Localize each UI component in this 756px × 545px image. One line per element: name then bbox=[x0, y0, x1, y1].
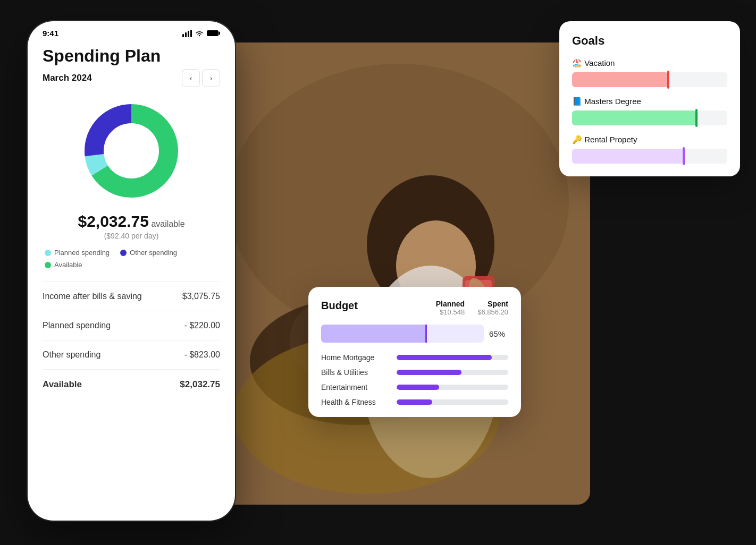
status-icons bbox=[182, 30, 220, 37]
planned-dot bbox=[45, 250, 51, 256]
svg-point-21 bbox=[105, 124, 158, 177]
budget-spent-col: Spent $6,856.20 bbox=[477, 300, 508, 316]
goals-card: Goals 🏖️ Vacation Vacation 📘 Masters Deg… bbox=[559, 21, 740, 176]
chart-legend: Planned spending Other spending bbox=[43, 249, 220, 257]
svg-rect-16 bbox=[207, 30, 219, 36]
budget-main-bar-fill bbox=[321, 325, 427, 343]
legend-planned: Planned spending bbox=[45, 249, 110, 257]
budget-row-bar-track-0 bbox=[397, 355, 508, 360]
page-title: Spending Plan bbox=[43, 46, 220, 66]
goal-masters-fill bbox=[572, 110, 696, 125]
goal-vacation-marker bbox=[667, 71, 669, 89]
goal-masters-label: 📘 Masters Degree bbox=[572, 97, 727, 106]
income-line: Income after bills & saving $3,075.75 bbox=[43, 282, 220, 311]
budget-row-mortgage: Home Mortgage bbox=[321, 353, 508, 362]
chart-legend-2: Available bbox=[43, 261, 220, 269]
svg-rect-17 bbox=[219, 32, 221, 35]
budget-card: Budget Planned $10,548 Spent $6,856.20 6… bbox=[308, 287, 521, 417]
budget-row-bar-track-2 bbox=[397, 385, 508, 390]
budget-row-entertainment: Entertainment bbox=[321, 383, 508, 391]
goal-masters: 📘 Masters Degree Masters Degree bbox=[572, 97, 727, 125]
budget-row-bar-track-3 bbox=[397, 399, 508, 405]
budget-bar-divider bbox=[425, 325, 427, 343]
svg-rect-11 bbox=[207, 42, 590, 505]
goal-rental: 🔑 Rental Propety Rental Propety bbox=[572, 135, 727, 164]
planned-line: Planned spending - $220.00 bbox=[43, 311, 220, 340]
budget-row-bar-fill-0 bbox=[397, 355, 492, 360]
budget-row-health: Health & Fitness bbox=[321, 398, 508, 406]
goal-rental-fill bbox=[572, 149, 684, 164]
goal-rental-marker bbox=[683, 147, 685, 165]
other-spending-line: Other spending - $823.00 bbox=[43, 340, 220, 370]
goal-masters-marker bbox=[695, 109, 698, 127]
goal-masters-bar bbox=[572, 110, 727, 125]
status-bar: 9:41 bbox=[28, 21, 235, 42]
goal-vacation: 🏖️ Vacation Vacation bbox=[572, 58, 727, 87]
other-dot bbox=[120, 250, 127, 256]
budget-row-bar-fill-1 bbox=[397, 370, 461, 375]
budget-header: Budget Planned $10,548 Spent $6,856.20 bbox=[321, 300, 508, 316]
next-month-button[interactable]: › bbox=[202, 69, 220, 87]
budget-category-rows: Home Mortgage Bills & Utilities Entertai… bbox=[321, 353, 508, 406]
goals-title: Goals bbox=[572, 34, 727, 48]
month-nav: ‹ › bbox=[182, 69, 220, 87]
goal-vacation-fill bbox=[572, 72, 668, 87]
budget-main-bar-row: 65% bbox=[321, 325, 508, 343]
budget-planned-col: Planned $10,548 bbox=[436, 300, 465, 316]
legend-other: Other spending bbox=[120, 249, 177, 257]
signal-icon bbox=[182, 30, 192, 37]
legend-available: Available bbox=[45, 261, 82, 269]
wifi-icon bbox=[195, 30, 204, 37]
budget-row-bar-track-1 bbox=[397, 370, 508, 375]
donut-chart bbox=[43, 98, 220, 204]
battery-icon bbox=[207, 30, 220, 37]
status-time: 9:41 bbox=[43, 29, 58, 38]
month-label: March 2024 bbox=[43, 73, 92, 83]
budget-columns: Planned $10,548 Spent $6,856.20 bbox=[436, 300, 508, 316]
budget-pct-label: 65% bbox=[489, 329, 508, 338]
svg-rect-12 bbox=[182, 34, 184, 37]
goal-vacation-label: 🏖️ Vacation bbox=[572, 58, 727, 68]
budget-title: Budget bbox=[321, 300, 358, 312]
available-amount: $2,032.75 available ($92.40 per day) bbox=[43, 212, 220, 240]
available-dot bbox=[45, 262, 51, 268]
budget-row-bar-fill-2 bbox=[397, 385, 439, 390]
budget-row-bills: Bills & Utilities bbox=[321, 368, 508, 377]
goal-rental-bar bbox=[572, 149, 727, 164]
svg-rect-13 bbox=[185, 32, 187, 37]
goal-vacation-bar bbox=[572, 72, 727, 87]
budget-main-bar-track bbox=[321, 325, 484, 343]
budget-row-bar-fill-3 bbox=[397, 399, 432, 405]
goal-rental-label: 🔑 Rental Propety bbox=[572, 135, 727, 144]
phone-mockup: 9:41 Spending Plan March bbox=[28, 21, 235, 521]
background-photo bbox=[207, 42, 590, 505]
prev-month-button[interactable]: ‹ bbox=[182, 69, 200, 87]
svg-rect-15 bbox=[190, 30, 192, 37]
svg-rect-14 bbox=[188, 31, 189, 37]
available-line: Available $2,032.75 bbox=[43, 370, 220, 399]
